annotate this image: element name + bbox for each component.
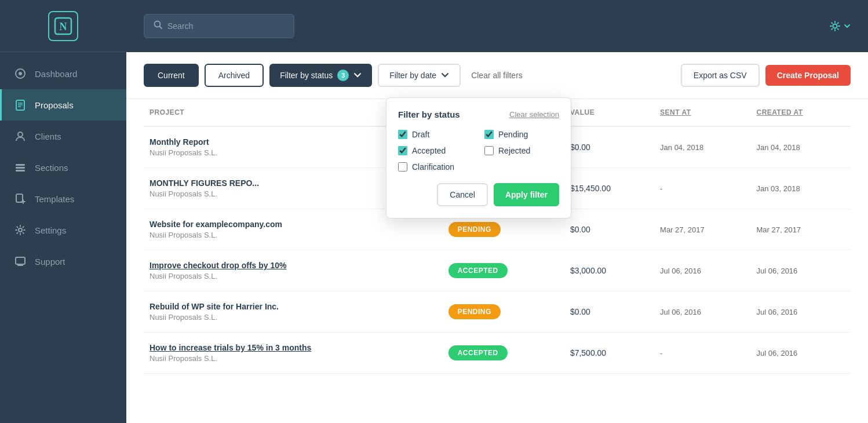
sidebar-item-settings[interactable]: Settings	[0, 214, 126, 246]
filter-option-rejected[interactable]: Rejected	[484, 146, 559, 155]
sidebar: N Dashboard Pro	[0, 0, 126, 423]
tab-archived[interactable]: Archived	[205, 64, 264, 87]
svg-rect-16	[16, 257, 25, 264]
checkbox-accepted-label: Accepted	[412, 146, 446, 155]
sidebar-item-clients[interactable]: Clients	[0, 121, 126, 152]
tab-current[interactable]: Current	[144, 64, 199, 87]
status-badge: ACCEPTED	[448, 345, 508, 360]
status-cell: ACCEPTED	[443, 250, 564, 291]
status-cell: ACCEPTED	[443, 333, 564, 374]
sections-icon	[14, 161, 27, 174]
project-name[interactable]: Website for examplecompany.com	[149, 220, 437, 229]
status-cell: PENDING	[443, 291, 564, 333]
sent-at-cell: Jul 06, 2016	[654, 291, 750, 333]
clear-selection-link[interactable]: Clear selection	[509, 110, 559, 119]
svg-rect-12	[16, 194, 23, 202]
logo-icon: N	[48, 11, 78, 41]
sidebar-item-sections-label: Sections	[35, 163, 68, 173]
checkbox-rejected[interactable]	[484, 146, 494, 155]
chevron-down-icon	[353, 71, 362, 79]
project-client: Nusii Proposals S.L.	[149, 313, 437, 322]
gear-icon	[14, 224, 27, 236]
sidebar-item-settings-label: Settings	[35, 225, 66, 235]
file-icon	[14, 99, 27, 111]
checkbox-pending-label: Pending	[498, 130, 528, 139]
created-at-cell: Mar 27, 2017	[751, 209, 851, 250]
dropdown-title: Filter by status	[398, 110, 460, 119]
col-value: VALUE	[564, 99, 654, 126]
svg-rect-11	[16, 170, 25, 172]
sidebar-item-sections[interactable]: Sections	[0, 152, 126, 183]
status-badge: PENDING	[448, 222, 501, 237]
search-box[interactable]	[144, 14, 294, 38]
table-row: How to increase trials by 15% in 3 month…	[144, 333, 851, 374]
sidebar-item-support-label: Support	[35, 257, 65, 267]
sidebar-item-dashboard[interactable]: Dashboard	[0, 58, 126, 89]
search-input[interactable]	[167, 21, 285, 31]
clear-all-filters-link[interactable]: Clear all filters	[466, 71, 527, 80]
created-at-cell: Jul 06, 2016	[751, 250, 851, 291]
created-at-cell: Jan 04, 2018	[751, 126, 851, 168]
sent-at-cell: -	[654, 168, 750, 209]
create-proposal-button[interactable]: Create Proposal	[765, 65, 851, 86]
search-icon	[154, 20, 163, 32]
filter-option-accepted[interactable]: Accepted	[398, 146, 473, 155]
circle-icon	[14, 67, 27, 80]
created-at-cell: Jul 06, 2016	[751, 333, 851, 374]
sidebar-item-proposals-label: Proposals	[35, 100, 74, 110]
sidebar-item-templates[interactable]: Templates	[0, 183, 126, 214]
sidebar-item-dashboard-label: Dashboard	[35, 69, 77, 79]
created-at-cell: Jan 03, 2018	[751, 168, 851, 209]
project-client: Nusii Proposals S.L.	[149, 272, 437, 280]
svg-point-21	[833, 24, 837, 28]
table-row: Rebuild of WP site for Harrier Inc. Nusi…	[144, 291, 851, 333]
svg-point-3	[19, 72, 22, 75]
export-csv-button[interactable]: Export as CSV	[681, 64, 760, 87]
support-icon	[14, 255, 27, 268]
checkbox-grid: Draft Pending Accepted Rejected Clarific…	[398, 130, 559, 172]
dropdown-footer: Cancel Apply filter	[398, 183, 559, 206]
cancel-button[interactable]: Cancel	[437, 183, 488, 206]
svg-point-15	[19, 228, 22, 232]
apply-filter-button[interactable]: Apply filter	[494, 183, 559, 206]
project-cell: Rebuild of WP site for Harrier Inc. Nusi…	[144, 291, 443, 333]
col-created-at: CREATED AT	[751, 99, 851, 126]
sidebar-item-proposals[interactable]: Proposals	[0, 89, 126, 121]
filter-date-button[interactable]: Filter by date	[378, 64, 461, 87]
header-gear-icon[interactable]	[829, 20, 851, 32]
created-at-cell: Jul 06, 2016	[751, 291, 851, 333]
chevron-down-icon	[844, 23, 851, 30]
checkbox-draft[interactable]	[398, 130, 407, 139]
sidebar-item-clients-label: Clients	[35, 132, 61, 141]
checkbox-accepted[interactable]	[398, 146, 407, 155]
checkbox-clarification[interactable]	[398, 162, 407, 172]
value-cell: $0.00	[564, 126, 654, 168]
filter-option-clarification[interactable]: Clarification	[398, 162, 473, 172]
sidebar-item-templates-label: Templates	[35, 194, 74, 204]
project-cell: How to increase trials by 15% in 3 month…	[144, 333, 443, 374]
plus-file-icon	[14, 192, 27, 205]
project-name[interactable]: Improve checkout drop offs by 10%	[149, 261, 437, 270]
value-cell: $3,000.00	[564, 250, 654, 291]
status-badge: PENDING	[448, 304, 501, 319]
status-badge: ACCEPTED	[448, 263, 508, 278]
project-name[interactable]: How to increase trials by 15% in 3 month…	[149, 343, 437, 352]
toolbar: Current Archived Filter by status 3 Filt…	[126, 52, 868, 99]
checkbox-clarification-label: Clarification	[412, 162, 454, 172]
sidebar-item-support[interactable]: Support	[0, 246, 126, 277]
filter-count-badge: 3	[337, 70, 349, 81]
dropdown-header: Filter by status Clear selection	[398, 110, 559, 119]
project-client: Nusii Proposals S.L.	[149, 354, 437, 363]
filter-option-draft[interactable]: Draft	[398, 130, 473, 139]
project-name[interactable]: Rebuild of WP site for Harrier Inc.	[149, 302, 437, 311]
filter-status-button[interactable]: Filter by status 3	[269, 64, 372, 87]
sent-at-cell: Jan 04, 2018	[654, 126, 750, 168]
chevron-down-icon	[441, 71, 449, 79]
col-sent-at: SENT AT	[654, 99, 750, 126]
table-row: Improve checkout drop offs by 10% Nusii …	[144, 250, 851, 291]
checkbox-pending[interactable]	[484, 130, 494, 139]
sidebar-logo: N	[0, 0, 126, 52]
header	[126, 0, 868, 52]
filter-option-pending[interactable]: Pending	[484, 130, 559, 139]
project-client: Nusii Proposals S.L.	[149, 231, 437, 239]
